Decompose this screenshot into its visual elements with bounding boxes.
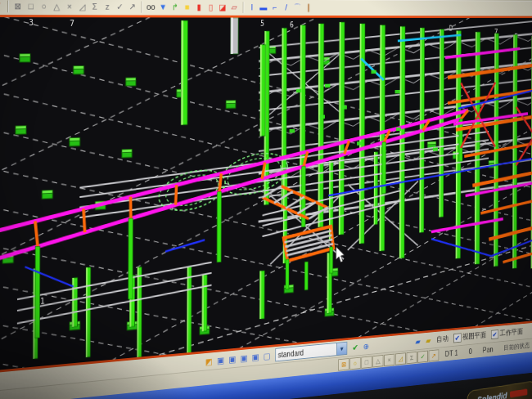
snap-settings-icon[interactable]: ◩ xyxy=(203,355,214,368)
toolbar-row-main: ▭▭▯⁄⁄ ⊠□○△×◿Σz✓↗ oo▼↱■ ▮▯◪▱ Ⅰ▬⌐/⌒∥ xyxy=(0,0,532,16)
steel-truss-structure xyxy=(258,18,532,266)
select-objects-icon[interactable]: ▢ xyxy=(261,349,273,362)
toolbar-separator xyxy=(243,2,244,13)
sticker-red-badge xyxy=(510,389,527,398)
create-pad-footing-icon[interactable]: ▯ xyxy=(205,1,216,13)
world-axes-icon[interactable]: ⊕ xyxy=(361,340,372,352)
view-plane-label: 视图平面 xyxy=(462,330,486,343)
create-twin-profile-icon[interactable]: ∥ xyxy=(303,2,314,14)
apply-check-icon[interactable]: ✔ xyxy=(349,341,360,354)
snap-triangle-icon[interactable]: △ xyxy=(50,0,63,13)
model-3d-view: 3756D7E11 xyxy=(0,17,532,375)
toolbar-separator xyxy=(141,1,142,12)
model-viewport[interactable]: 3756D7E11 xyxy=(0,15,532,378)
snap-mini-cross-icon[interactable]: × xyxy=(384,353,394,365)
view-plane-icon[interactable]: ▰ xyxy=(413,335,423,347)
snap-perpendicular-icon[interactable]: ◿ xyxy=(76,1,89,13)
snap-circle-icon[interactable]: ○ xyxy=(38,0,51,13)
splendid-sticker: Splendid xyxy=(467,380,532,399)
toolbar-separator xyxy=(7,0,8,12)
combobox-dropdown-arrow[interactable]: ▼ xyxy=(336,343,347,356)
snap-cross-icon[interactable]: × xyxy=(63,0,76,13)
photo-scene: ▭▭▯⁄⁄ ⊠□○△×◿Σz✓↗ oo▼↱■ ▮▯◪▱ Ⅰ▬⌐/⌒∥ 3756D xyxy=(0,0,532,399)
representation-combobox-value: standard xyxy=(276,345,336,359)
create-arc-beam-icon[interactable]: ⌒ xyxy=(291,2,303,14)
create-horizontal-beam-icon[interactable]: ▬ xyxy=(258,2,269,14)
splendid-sticker-label: Splendid xyxy=(477,390,507,399)
snap-mini-box-icon[interactable]: □ xyxy=(361,356,372,369)
grid-label: 7 xyxy=(70,19,74,28)
tank-rings xyxy=(156,146,291,217)
view-plane-checkbox[interactable]: ✔ xyxy=(453,333,462,343)
spotlight-icon[interactable]: ▼ xyxy=(157,1,169,13)
grid-labels: 3756D7E11 xyxy=(28,18,518,307)
select-all-icon[interactable]: ▣ xyxy=(214,353,226,366)
snap-mini-sum-icon[interactable]: Σ xyxy=(407,351,417,363)
render-options-icon[interactable]: ■ xyxy=(181,1,193,13)
fly-through-icon[interactable]: ↱ xyxy=(169,1,182,13)
snap-mini-perpendicular-icon[interactable]: ◿ xyxy=(395,352,406,365)
status-count-field: 0 xyxy=(463,347,477,356)
snap-arrow-icon[interactable]: ↗ xyxy=(126,1,138,13)
create-column-icon[interactable]: ▮ xyxy=(193,1,205,13)
create-panel-icon[interactable]: ◪ xyxy=(217,2,228,14)
work-plane-label: 工作平面 xyxy=(500,326,523,338)
status-message: 目前的状态 xyxy=(498,341,532,353)
create-beam-icon[interactable]: Ⅰ xyxy=(246,2,258,14)
snap-mini-circle-icon[interactable]: ○ xyxy=(349,356,360,370)
select-parts-icon[interactable]: ▣ xyxy=(227,352,238,365)
snap-any-position-icon[interactable]: □ xyxy=(25,0,38,13)
snap-check-icon[interactable]: ✓ xyxy=(114,1,126,13)
create-polybeam-icon[interactable]: ⌐ xyxy=(269,2,281,14)
snap-mini-triangle-icon[interactable]: △ xyxy=(372,355,383,367)
snap-mini-check-icon[interactable]: ✓ xyxy=(417,350,428,362)
auto-label: 自动 xyxy=(436,334,449,345)
select-components-icon[interactable]: ▣ xyxy=(250,350,261,363)
snap-sum-icon[interactable]: Σ xyxy=(88,1,101,13)
erase-icon[interactable]: ⁄⁄ xyxy=(0,0,4,13)
status-dt-field: DT 1 xyxy=(440,348,463,358)
depth-plane-icon[interactable]: ▰ xyxy=(423,334,434,347)
select-points-icon[interactable]: ▣ xyxy=(238,352,250,365)
work-plane-checkbox[interactable]: ✔ xyxy=(491,330,498,339)
grid-label: 6 xyxy=(290,20,294,29)
binoculars-icon[interactable]: oo xyxy=(145,1,157,13)
grid-label: D xyxy=(449,25,453,33)
create-curved-beam-icon[interactable]: / xyxy=(281,2,292,14)
create-slab-icon[interactable]: ▱ xyxy=(228,2,240,14)
snap-z-icon[interactable]: z xyxy=(101,1,113,13)
snap-mini-arrow-icon[interactable]: ↗ xyxy=(429,349,440,361)
monitor: ▭▭▯⁄⁄ ⊠□○△×◿Σz✓↗ oo▼↱■ ▮▯◪▱ Ⅰ▬⌐/⌒∥ 3756D xyxy=(0,0,532,399)
mouse-cursor xyxy=(336,246,345,262)
grid-label: 5 xyxy=(260,19,264,27)
snap-mini-intersection-icon[interactable]: ⊠ xyxy=(338,358,349,371)
grid-label: 3 xyxy=(29,18,34,27)
snap-intersection-icon[interactable]: ⊠ xyxy=(11,0,25,13)
status-mode-field: Pan xyxy=(477,345,498,355)
